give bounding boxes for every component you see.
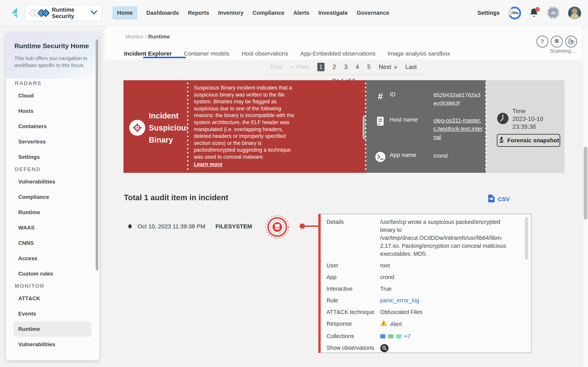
sidebar-item-waas[interactable]: WAAS: [14, 220, 91, 235]
pagination-first[interactable]: First: [271, 64, 283, 70]
dotted-divider: [485, 81, 487, 172]
nav-dashboards[interactable]: Dashboards: [147, 10, 179, 16]
interactive-value: True: [380, 285, 516, 293]
sidebar-item-serverless[interactable]: Serverless: [14, 134, 91, 149]
sidebar-item-runtime-monitor[interactable]: Runtime: [14, 321, 91, 337]
sidebar-item-attck[interactable]: ATT&CK: [14, 291, 91, 306]
connector-line: [303, 225, 319, 227]
pagination-page-2[interactable]: 2: [333, 64, 336, 70]
dotted-divider: [365, 81, 366, 172]
pagination-page-4[interactable]: 4: [356, 64, 359, 70]
csv-label: CSV: [498, 196, 510, 202]
chevron-down-icon: [91, 10, 97, 16]
sidebar-item-cnns[interactable]: CNNS: [14, 235, 91, 251]
dotted-divider: [187, 81, 189, 172]
sidebar-item-events[interactable]: Events: [14, 306, 91, 321]
scanning-label: Scanning...: [550, 48, 575, 54]
collection-chip-green[interactable]: [388, 334, 393, 338]
response-value: Alert: [390, 320, 402, 328]
incident-meta-section: # ID 6526432a61762a3ec053862f Host name: [365, 80, 486, 173]
workspace-diamonds-icon: [30, 9, 49, 17]
credits-progress-ring[interactable]: 78%: [508, 7, 521, 19]
nav-home[interactable]: Home: [112, 6, 138, 20]
pagination-prev[interactable]: « Prev: [291, 64, 309, 70]
incident-title-section: Incident Suspicious Binary: [123, 80, 188, 173]
host-name-label: Host name: [390, 116, 433, 141]
sidebar-item-custom-rules[interactable]: Custom rules: [14, 266, 91, 281]
incident-description: Suspicious Binary incident indicates tha…: [194, 84, 296, 168]
sidebar-item-hosts[interactable]: Hosts: [14, 103, 91, 119]
collection-chip-blue[interactable]: [380, 334, 385, 338]
alerts-bell-icon[interactable]: [551, 35, 563, 48]
sidebar-item-runtime-defend[interactable]: Runtime: [14, 205, 91, 220]
id-label: ID: [390, 91, 433, 108]
tab-container-models[interactable]: Container models: [184, 50, 229, 57]
app-label: App: [327, 273, 380, 281]
nav-governance[interactable]: Governance: [357, 10, 389, 16]
pagination-next[interactable]: Next »: [379, 64, 397, 70]
rule-link[interactable]: panic_error_log: [380, 297, 516, 304]
interactive-label: Interactive: [327, 285, 380, 293]
next-label: Next: [379, 64, 391, 70]
breadcrumb-section[interactable]: Monitor: [125, 33, 144, 40]
nav-inventory[interactable]: Inventory: [218, 10, 244, 16]
breadcrumb-page: Runtime: [148, 33, 170, 40]
pagination-page-1[interactable]: 1: [317, 63, 325, 71]
sidebar-scrollbar[interactable]: [96, 39, 98, 270]
ai-copilot-icon[interactable]: AI: [547, 6, 560, 20]
nav-reports[interactable]: Reports: [188, 10, 209, 16]
collections-more-link[interactable]: +7: [404, 332, 411, 340]
sidebar-item-compliance[interactable]: Compliance: [14, 189, 91, 205]
page-scrollbar[interactable]: [583, 26, 588, 367]
pagination-last[interactable]: Last: [406, 64, 417, 70]
pagination-page-3[interactable]: 3: [344, 64, 347, 70]
response-label: Response: [327, 320, 380, 329]
workspace-selector[interactable]: Runtime Security: [25, 5, 102, 21]
pagination-page-5[interactable]: 5: [367, 64, 371, 70]
sidebar-item-vulnerabilities-defend[interactable]: Vulnerabilities: [14, 174, 91, 189]
csv-export-link[interactable]: CSV: [488, 194, 510, 204]
learn-more-link[interactable]: Learn more: [194, 161, 223, 168]
warning-triangle-icon: [380, 320, 387, 329]
nav-compliance[interactable]: Compliance: [252, 10, 284, 16]
nav-investigate[interactable]: Investigate: [318, 10, 348, 16]
sidebar-section-radars: RADARS: [14, 79, 91, 88]
tab-image-analysis-sandbox[interactable]: Image analysis sandbox: [388, 50, 450, 57]
event-timestamp: Oct 10, 2023 11:39:38 PM: [138, 223, 205, 230]
attack-technique-value: Obfuscated Files: [380, 308, 516, 316]
show-observations-icon[interactable]: [380, 347, 389, 354]
notifications-bell-icon[interactable]: [530, 8, 538, 18]
top-navbar: Runtime Security Home Dashboards Reports…: [0, 0, 588, 26]
app-name-label: App name: [390, 152, 433, 162]
tab-incident-explorer[interactable]: Incident Explorer: [124, 50, 172, 57]
sidebar-item-settings[interactable]: Settings: [14, 149, 91, 165]
tab-app-embedded-observations[interactable]: App-Embedded observations: [300, 50, 375, 57]
sidebar-item-vulnerabilities-monitor[interactable]: Vulnerabilities: [14, 337, 91, 352]
tab-host-observations[interactable]: Host observations: [242, 50, 288, 57]
incident-explorer-content: First « Prev 1 2 3 4 5 Next » Last Pg 1 …: [105, 60, 583, 367]
settings-link[interactable]: Settings: [477, 10, 500, 16]
nav-alerts[interactable]: Alerts: [294, 10, 309, 16]
filesystem-event-badge[interactable]: [265, 215, 289, 240]
page-scrollbar-thumb[interactable]: [584, 147, 588, 219]
host-name-value[interactable]: oleg-os311-master.c.twistlock-test.inter…: [433, 116, 484, 141]
forensic-snapshot-button[interactable]: Forensic snapshot: [497, 134, 560, 147]
time-date: 2023-10-10: [512, 115, 543, 123]
user-avatar[interactable]: [568, 7, 581, 19]
progress-percent: 78%: [510, 8, 519, 18]
collection-chip-mint[interactable]: [396, 334, 401, 338]
incident-target-icon: [129, 120, 145, 136]
runtime-security-sidebar: Runtime Security Home This hub offers yo…: [6, 32, 99, 360]
incident-time-section: Time 2023-10-10 23:39:38 Forensic snapsh…: [486, 80, 564, 173]
sidebar-item-cloud[interactable]: Cloud: [14, 88, 91, 103]
scan-status-icon[interactable]: [565, 35, 577, 48]
sidebar-section-defend: DEFEND: [14, 165, 91, 174]
active-tab-underline: [143, 57, 186, 58]
details-scrollbar[interactable]: [525, 217, 528, 260]
sidebar-item-containers[interactable]: Containers: [14, 119, 91, 134]
help-icon[interactable]: ?: [536, 35, 548, 48]
audit-total: Total 1 audit item in incident: [124, 193, 228, 202]
microscope-icon: [498, 136, 505, 144]
sidebar-item-access[interactable]: Access: [14, 251, 91, 266]
app-name-value: crond: [433, 152, 484, 162]
